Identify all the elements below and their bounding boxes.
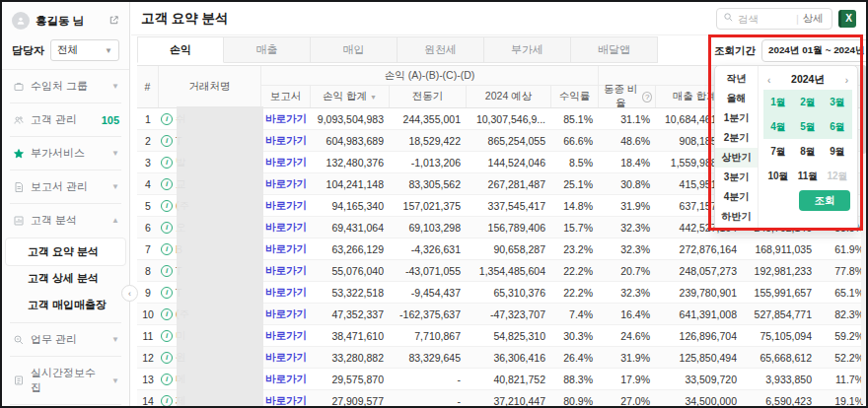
profit-rate: 30.3%: [551, 325, 599, 346]
info-icon[interactable]: i: [161, 352, 173, 364]
advanced-search-link[interactable]: 상세: [803, 12, 824, 26]
info-icon[interactable]: i: [161, 135, 173, 147]
sidebar-item-realtime-collect[interactable]: 실시간정보수집▼: [2, 357, 129, 404]
peer-ratio: 30.8%: [599, 173, 656, 194]
quick-period-상반기[interactable]: 상반기: [715, 148, 758, 168]
sidebar-subitem-0[interactable]: 고객 요약 분석: [6, 238, 125, 265]
month-4월[interactable]: 4월: [763, 114, 793, 139]
month-3월[interactable]: 3월: [823, 90, 852, 114]
col-header-report: 보고서: [261, 86, 311, 107]
estimate: 37,210,447: [467, 390, 551, 406]
manager-filter: 담당자 전체 ▼: [2, 37, 129, 70]
tab-부가세[interactable]: 부가세: [484, 36, 571, 63]
sidebar-subitem-1[interactable]: 고객 상세 분석: [2, 265, 129, 292]
col-header-profit-total[interactable]: 손익 합계▼: [311, 86, 390, 107]
scrollbar-thumb[interactable]: [861, 65, 866, 154]
chevron-down-icon: ▼: [111, 82, 119, 91]
info-icon[interactable]: i: [161, 265, 173, 277]
topbar-actions: | 상세 X: [716, 8, 856, 30]
col-header-estimate: 2024 예상: [467, 86, 551, 107]
info-icon[interactable]: i: [161, 243, 173, 255]
estimate: 36,306,416: [467, 347, 551, 368]
quick-period-작년[interactable]: 작년: [715, 69, 758, 89]
info-icon[interactable]: i: [161, 330, 173, 342]
info-icon[interactable]: i: [161, 200, 173, 212]
info-icon[interactable]: i: [161, 157, 173, 169]
next-year-button[interactable]: ›: [845, 75, 848, 86]
quick-period-list: 작년올해1분기2분기상반기3분기4분기하반기: [715, 66, 759, 230]
prev-year-button[interactable]: ‹: [767, 75, 770, 86]
estimate: 40,821,752: [467, 369, 551, 389]
month-6월[interactable]: 6월: [823, 114, 852, 139]
prev-period: 18,529,422: [390, 130, 467, 151]
quick-period-4분기[interactable]: 4분기: [715, 187, 758, 207]
quick-period-올해[interactable]: 올해: [715, 89, 758, 108]
period-search-button[interactable]: 조회: [799, 190, 850, 211]
month-8월[interactable]: 8월: [793, 139, 823, 164]
report-shortcut-link[interactable]: 바로가기: [265, 242, 307, 256]
tab-매출[interactable]: 매출: [224, 36, 311, 63]
report-shortcut-link[interactable]: 바로가기: [265, 394, 307, 407]
info-icon[interactable]: i: [161, 374, 173, 385]
row-index: 11: [137, 325, 159, 346]
report-shortcut-link[interactable]: 바로가기: [265, 221, 307, 235]
info-icon[interactable]: i: [161, 222, 173, 234]
quick-period-2분기[interactable]: 2분기: [715, 128, 758, 148]
manager-select[interactable]: 전체 ▼: [50, 39, 119, 61]
month-5월[interactable]: 5월: [793, 114, 823, 139]
quick-period-3분기[interactable]: 3분기: [715, 168, 758, 187]
quick-period-1분기[interactable]: 1분기: [715, 108, 758, 128]
month-2월[interactable]: 2월: [793, 90, 823, 114]
quick-period-하반기[interactable]: 하반기: [715, 207, 758, 227]
info-icon[interactable]: i: [161, 113, 173, 125]
report-shortcut-link[interactable]: 바로가기: [265, 112, 307, 126]
sidebar-collapse-button[interactable]: ‹: [121, 285, 138, 302]
period-select[interactable]: 2024년 01월 ~ 2024년 06월 ^: [761, 39, 868, 62]
sidebar-subitem-2[interactable]: 고객 매입매출장: [2, 292, 129, 318]
sidebar-item-client-group[interactable]: 수임처 그룹▼: [2, 70, 129, 102]
sidebar-item-label: 업무 관리: [31, 332, 106, 347]
info-icon[interactable]: i: [161, 395, 173, 407]
tab-원천세[interactable]: 원천세: [398, 36, 484, 63]
external-link-icon[interactable]: [108, 15, 119, 28]
report-shortcut-link[interactable]: 바로가기: [265, 286, 307, 300]
sidebar-item-report-mgmt[interactable]: 보고서 관리▼: [2, 170, 129, 203]
report-shortcut-link[interactable]: 바로가기: [265, 156, 307, 170]
month-7월[interactable]: 7월: [763, 139, 793, 164]
sales-total: 126,896,704: [656, 325, 743, 346]
sidebar-item-task-mgmt[interactable]: 업무 관리▼: [2, 323, 129, 356]
profit-total: 104,241,148: [311, 173, 390, 194]
sidebar-item-label: 보고서 관리: [31, 179, 106, 194]
info-icon[interactable]: i: [161, 178, 173, 190]
search-input[interactable]: [738, 13, 792, 25]
report-shortcut-link[interactable]: 바로가기: [265, 264, 307, 278]
month-1월[interactable]: 1월: [763, 90, 793, 114]
excel-export-button[interactable]: X: [838, 10, 856, 28]
sidebar-item-customer-mgmt[interactable]: 고객 관리105: [2, 103, 129, 136]
info-icon[interactable]: i: [161, 287, 173, 299]
sidebar-item-customer-analysis[interactable]: 고객 분석▲: [2, 204, 129, 237]
report-link: 바로가기: [261, 217, 311, 238]
report-shortcut-link[interactable]: 바로가기: [265, 351, 307, 365]
prev-period: -: [390, 390, 467, 406]
help-icon[interactable]: ?: [642, 92, 652, 102]
report-shortcut-link[interactable]: 바로가기: [265, 373, 307, 386]
sales-rate: 77.8%: [818, 260, 863, 281]
report-shortcut-link[interactable]: 바로가기: [265, 177, 307, 191]
month-9월[interactable]: 9월: [823, 139, 852, 164]
month-11월[interactable]: 11월: [793, 164, 823, 188]
prev-period: 83,305,562: [390, 173, 467, 194]
report-shortcut-link[interactable]: 바로가기: [265, 307, 307, 321]
tab-매입[interactable]: 매입: [311, 36, 398, 63]
vertical-scrollbar[interactable]: [861, 65, 866, 404]
tab-손익[interactable]: 손익: [137, 36, 224, 63]
info-icon[interactable]: i: [161, 308, 173, 320]
report-shortcut-link[interactable]: 바로가기: [265, 134, 307, 148]
profit-rate: 88.3%: [551, 369, 599, 389]
month-10월[interactable]: 10월: [763, 164, 793, 188]
sidebar-item-addon-services[interactable]: 부가서비스▼: [2, 137, 129, 170]
report-shortcut-link[interactable]: 바로가기: [265, 199, 307, 213]
tab-배달앱[interactable]: 배달앱: [571, 36, 658, 63]
report-shortcut-link[interactable]: 바로가기: [265, 329, 307, 343]
estimate: 144,524,046: [467, 152, 551, 172]
